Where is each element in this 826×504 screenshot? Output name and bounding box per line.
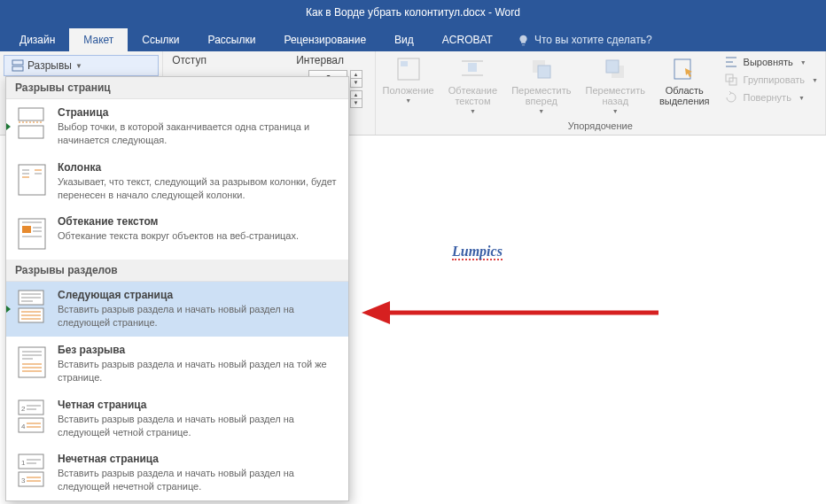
- svg-text:2: 2: [21, 405, 26, 413]
- breaks-dropdown: Разрывы страниц Страница Выбор точки, в …: [5, 76, 349, 501]
- svg-rect-17: [19, 108, 43, 120]
- svg-rect-19: [19, 165, 45, 195]
- break-column-icon: [17, 161, 47, 198]
- svg-rect-10: [606, 60, 619, 73]
- tab-view[interactable]: Вид: [380, 28, 428, 51]
- svg-rect-26: [22, 226, 31, 233]
- break-even-page[interactable]: 24 Четная страница Вставить разрыв разде…: [6, 392, 348, 446]
- break-next-page[interactable]: Следующая страница Вставить разрыв разде…: [6, 282, 348, 337]
- align-icon: [724, 55, 738, 69]
- align-button[interactable]: Выровнять▼: [722, 54, 820, 70]
- tell-me-placeholder: Что вы хотите сделать?: [534, 34, 652, 46]
- tab-mailings[interactable]: Рассылки: [194, 28, 270, 51]
- position-button[interactable]: Положение ▼: [376, 51, 441, 119]
- svg-text:3: 3: [21, 477, 26, 485]
- wrap-text-button[interactable]: Обтекание текстом ▼: [441, 51, 504, 119]
- send-backward-icon: [601, 55, 629, 83]
- break-page-icon: [17, 106, 47, 143]
- svg-rect-1: [12, 66, 23, 71]
- tab-links[interactable]: Ссылки: [128, 28, 193, 51]
- svg-rect-3: [401, 61, 408, 66]
- tab-review[interactable]: Рецензирование: [269, 28, 380, 51]
- breaks-button[interactable]: Разрывы ▼: [4, 55, 159, 76]
- breaks-icon: [12, 59, 24, 72]
- selection-pane-icon: [670, 55, 698, 83]
- svg-rect-11: [674, 59, 690, 79]
- break-even-page-icon: 24: [17, 399, 47, 436]
- marker-icon: [6, 123, 11, 130]
- title-bar: Как в Ворде убрать колонтитул.docx - Wor…: [0, 0, 826, 25]
- break-continuous-icon: [17, 344, 47, 381]
- svg-rect-25: [19, 219, 45, 249]
- break-column[interactable]: Колонка Указывает, что текст, следующий …: [6, 154, 348, 209]
- breaks-label: Разрывы: [27, 59, 72, 72]
- break-text-wrapping-icon: [17, 215, 47, 252]
- marker-icon: [6, 306, 11, 313]
- dropdown-section-pages: Разрывы страниц: [6, 77, 348, 99]
- group-button[interactable]: Группировать▼: [722, 72, 820, 88]
- rotate-button[interactable]: Повернуть▼: [722, 89, 820, 105]
- arrange-group-label: Упорядочение: [376, 119, 825, 135]
- break-text-wrapping[interactable]: Обтекание текстом Обтекание текста вокру…: [6, 208, 348, 260]
- selection-pane-button[interactable]: Область выделения: [652, 51, 717, 119]
- svg-text:1: 1: [21, 459, 26, 467]
- wrap-text-icon: [458, 55, 487, 83]
- break-page[interactable]: Страница Выбор точки, в которой заканчив…: [6, 99, 348, 154]
- tell-me[interactable]: Что вы хотите сделать?: [507, 28, 663, 51]
- svg-rect-8: [538, 66, 550, 78]
- chevron-down-icon: ▼: [75, 62, 82, 70]
- svg-rect-18: [19, 126, 43, 138]
- spacing-before-spinner[interactable]: ▲▼: [350, 70, 362, 88]
- tab-layout[interactable]: Макет: [69, 28, 128, 51]
- document-text[interactable]: Lumpics: [452, 244, 503, 260]
- svg-rect-0: [12, 60, 23, 65]
- break-odd-page-icon: 13: [17, 453, 47, 490]
- annotation-arrow: [362, 299, 663, 326]
- spacing-after-spinner[interactable]: ▲▼: [350, 90, 362, 108]
- dropdown-section-sections: Разрывы разделов: [6, 260, 348, 282]
- interval-label: Интервал: [296, 54, 344, 66]
- send-backward-button[interactable]: Переместить назад ▼: [579, 51, 652, 119]
- svg-rect-4: [468, 63, 477, 72]
- window-title: Как в Ворде убрать колонтитул.docx - Wor…: [306, 6, 520, 19]
- break-next-page-icon: [17, 289, 47, 326]
- rotate-icon: [724, 90, 738, 105]
- lightbulb-icon: [518, 35, 529, 46]
- break-odd-page[interactable]: 13 Нечетная страница Вставить разрыв раз…: [6, 446, 348, 500]
- tab-design[interactable]: Дизайн: [5, 28, 69, 51]
- tab-acrobat[interactable]: ACROBAT: [428, 28, 507, 51]
- indent-label: Отступ: [172, 54, 296, 66]
- group-icon: [724, 73, 738, 87]
- position-icon: [394, 55, 423, 83]
- bring-forward-button[interactable]: Переместить вперед ▼: [504, 51, 578, 119]
- svg-text:4: 4: [21, 423, 26, 430]
- ribbon-tabs: Дизайн Макет Ссылки Рассылки Рецензирова…: [0, 25, 826, 51]
- break-continuous[interactable]: Без разрыва Вставить разрыв раздела и на…: [6, 337, 348, 392]
- bring-forward-icon: [527, 55, 556, 83]
